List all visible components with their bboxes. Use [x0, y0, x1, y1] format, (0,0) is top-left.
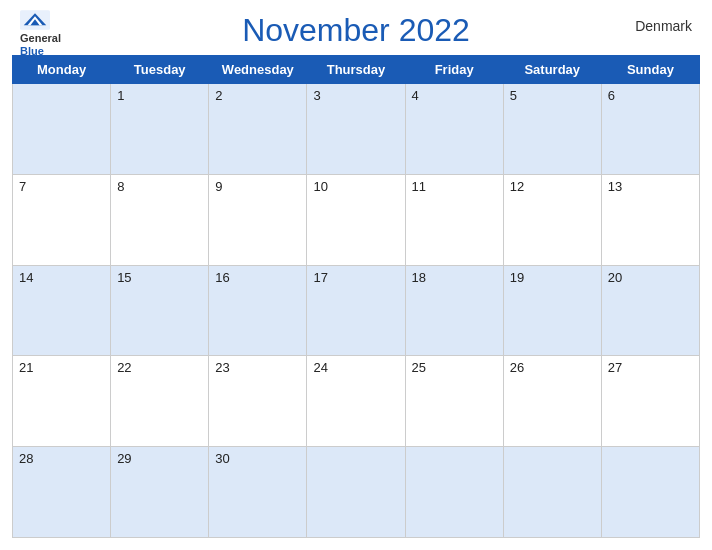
calendar-week-row: 78910111213	[13, 174, 700, 265]
calendar-day: 7	[13, 174, 111, 265]
logo: General Blue	[20, 10, 61, 58]
calendar-day: 4	[405, 84, 503, 175]
calendar-day: 5	[503, 84, 601, 175]
calendar-day: 17	[307, 265, 405, 356]
calendar-day: 2	[209, 84, 307, 175]
calendar-day: 18	[405, 265, 503, 356]
calendar-day	[405, 447, 503, 538]
calendar-week-row: 282930	[13, 447, 700, 538]
logo-general: General	[20, 32, 61, 45]
weekday-header-friday: Friday	[405, 56, 503, 84]
calendar-day: 11	[405, 174, 503, 265]
calendar-week-row: 14151617181920	[13, 265, 700, 356]
weekday-header-tuesday: Tuesday	[111, 56, 209, 84]
calendar-day: 25	[405, 356, 503, 447]
calendar-day: 29	[111, 447, 209, 538]
calendar-day: 10	[307, 174, 405, 265]
calendar-day: 23	[209, 356, 307, 447]
calendar-day	[13, 84, 111, 175]
calendar-day	[307, 447, 405, 538]
calendar-week-row: 21222324252627	[13, 356, 700, 447]
calendar-day: 20	[601, 265, 699, 356]
calendar-day	[503, 447, 601, 538]
logo-icon	[20, 10, 50, 30]
calendar-day: 30	[209, 447, 307, 538]
calendar-header: General Blue November 2022 Denmark	[0, 0, 712, 55]
weekday-header-thursday: Thursday	[307, 56, 405, 84]
calendar-day: 12	[503, 174, 601, 265]
calendar-day	[601, 447, 699, 538]
weekday-header-row: MondayTuesdayWednesdayThursdayFridaySatu…	[13, 56, 700, 84]
calendar-day: 9	[209, 174, 307, 265]
calendar-day: 16	[209, 265, 307, 356]
calendar-day: 22	[111, 356, 209, 447]
weekday-header-monday: Monday	[13, 56, 111, 84]
calendar-table: MondayTuesdayWednesdayThursdayFridaySatu…	[12, 55, 700, 538]
logo-blue: Blue	[20, 45, 44, 58]
calendar-day: 24	[307, 356, 405, 447]
weekday-header-sunday: Sunday	[601, 56, 699, 84]
calendar-day: 14	[13, 265, 111, 356]
calendar-day: 19	[503, 265, 601, 356]
calendar-week-row: 123456	[13, 84, 700, 175]
country-label: Denmark	[635, 18, 692, 34]
calendar-container: MondayTuesdayWednesdayThursdayFridaySatu…	[0, 55, 712, 550]
calendar-day: 13	[601, 174, 699, 265]
calendar-day: 28	[13, 447, 111, 538]
calendar-day: 21	[13, 356, 111, 447]
calendar-day: 3	[307, 84, 405, 175]
calendar-day: 27	[601, 356, 699, 447]
weekday-header-saturday: Saturday	[503, 56, 601, 84]
calendar-day: 8	[111, 174, 209, 265]
calendar-day: 1	[111, 84, 209, 175]
calendar-title: November 2022	[242, 12, 470, 49]
calendar-day: 26	[503, 356, 601, 447]
calendar-day: 6	[601, 84, 699, 175]
weekday-header-wednesday: Wednesday	[209, 56, 307, 84]
calendar-day: 15	[111, 265, 209, 356]
